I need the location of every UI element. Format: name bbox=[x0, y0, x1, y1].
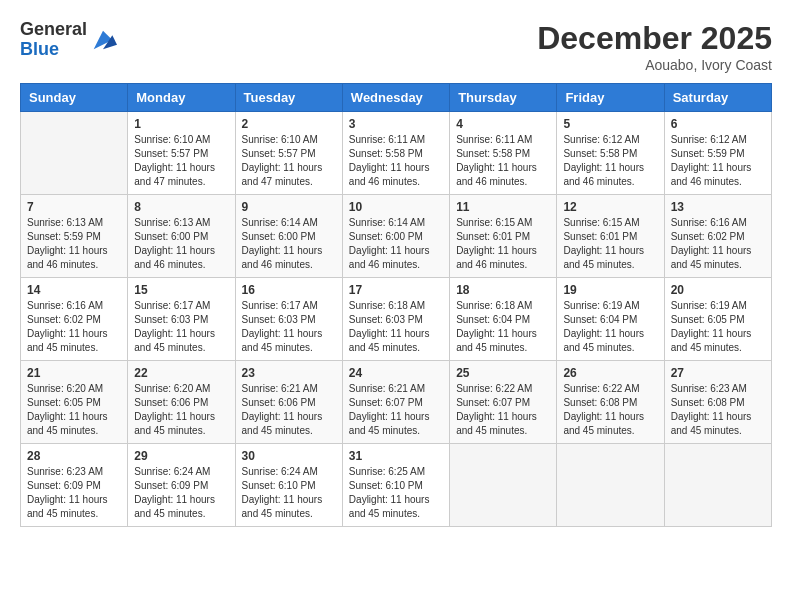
day-number: 12 bbox=[563, 200, 657, 214]
calendar-cell: 24Sunrise: 6:21 AMSunset: 6:07 PMDayligh… bbox=[342, 361, 449, 444]
calendar-day-header: Tuesday bbox=[235, 84, 342, 112]
calendar-cell bbox=[557, 444, 664, 527]
calendar-cell: 2Sunrise: 6:10 AMSunset: 5:57 PMDaylight… bbox=[235, 112, 342, 195]
calendar-cell: 28Sunrise: 6:23 AMSunset: 6:09 PMDayligh… bbox=[21, 444, 128, 527]
calendar-cell: 16Sunrise: 6:17 AMSunset: 6:03 PMDayligh… bbox=[235, 278, 342, 361]
day-info: Sunrise: 6:24 AMSunset: 6:10 PMDaylight:… bbox=[242, 465, 336, 521]
day-info: Sunrise: 6:25 AMSunset: 6:10 PMDaylight:… bbox=[349, 465, 443, 521]
calendar-day-header: Monday bbox=[128, 84, 235, 112]
calendar-cell: 9Sunrise: 6:14 AMSunset: 6:00 PMDaylight… bbox=[235, 195, 342, 278]
day-number: 16 bbox=[242, 283, 336, 297]
day-number: 28 bbox=[27, 449, 121, 463]
day-number: 25 bbox=[456, 366, 550, 380]
day-number: 10 bbox=[349, 200, 443, 214]
day-number: 19 bbox=[563, 283, 657, 297]
calendar-week-row: 21Sunrise: 6:20 AMSunset: 6:05 PMDayligh… bbox=[21, 361, 772, 444]
day-number: 11 bbox=[456, 200, 550, 214]
calendar-cell: 23Sunrise: 6:21 AMSunset: 6:06 PMDayligh… bbox=[235, 361, 342, 444]
calendar-cell: 19Sunrise: 6:19 AMSunset: 6:04 PMDayligh… bbox=[557, 278, 664, 361]
calendar-cell bbox=[664, 444, 771, 527]
calendar-cell: 8Sunrise: 6:13 AMSunset: 6:00 PMDaylight… bbox=[128, 195, 235, 278]
day-info: Sunrise: 6:18 AMSunset: 6:03 PMDaylight:… bbox=[349, 299, 443, 355]
day-number: 31 bbox=[349, 449, 443, 463]
calendar-cell: 17Sunrise: 6:18 AMSunset: 6:03 PMDayligh… bbox=[342, 278, 449, 361]
title-section: December 2025 Aouabo, Ivory Coast bbox=[537, 20, 772, 73]
day-number: 24 bbox=[349, 366, 443, 380]
calendar-week-row: 28Sunrise: 6:23 AMSunset: 6:09 PMDayligh… bbox=[21, 444, 772, 527]
calendar-cell: 1Sunrise: 6:10 AMSunset: 5:57 PMDaylight… bbox=[128, 112, 235, 195]
logo-blue-text: Blue bbox=[20, 40, 87, 60]
calendar-cell bbox=[21, 112, 128, 195]
day-info: Sunrise: 6:13 AMSunset: 6:00 PMDaylight:… bbox=[134, 216, 228, 272]
day-number: 6 bbox=[671, 117, 765, 131]
calendar-cell: 30Sunrise: 6:24 AMSunset: 6:10 PMDayligh… bbox=[235, 444, 342, 527]
day-info: Sunrise: 6:19 AMSunset: 6:04 PMDaylight:… bbox=[563, 299, 657, 355]
day-number: 8 bbox=[134, 200, 228, 214]
day-info: Sunrise: 6:11 AMSunset: 5:58 PMDaylight:… bbox=[456, 133, 550, 189]
day-number: 20 bbox=[671, 283, 765, 297]
day-info: Sunrise: 6:12 AMSunset: 5:59 PMDaylight:… bbox=[671, 133, 765, 189]
day-info: Sunrise: 6:16 AMSunset: 6:02 PMDaylight:… bbox=[27, 299, 121, 355]
logo: General Blue bbox=[20, 20, 117, 60]
day-number: 29 bbox=[134, 449, 228, 463]
day-info: Sunrise: 6:17 AMSunset: 6:03 PMDaylight:… bbox=[134, 299, 228, 355]
day-info: Sunrise: 6:23 AMSunset: 6:08 PMDaylight:… bbox=[671, 382, 765, 438]
calendar-week-row: 14Sunrise: 6:16 AMSunset: 6:02 PMDayligh… bbox=[21, 278, 772, 361]
day-info: Sunrise: 6:12 AMSunset: 5:58 PMDaylight:… bbox=[563, 133, 657, 189]
day-number: 23 bbox=[242, 366, 336, 380]
day-number: 27 bbox=[671, 366, 765, 380]
day-number: 7 bbox=[27, 200, 121, 214]
calendar-cell: 31Sunrise: 6:25 AMSunset: 6:10 PMDayligh… bbox=[342, 444, 449, 527]
day-info: Sunrise: 6:14 AMSunset: 6:00 PMDaylight:… bbox=[349, 216, 443, 272]
calendar-cell: 10Sunrise: 6:14 AMSunset: 6:00 PMDayligh… bbox=[342, 195, 449, 278]
calendar-cell: 12Sunrise: 6:15 AMSunset: 6:01 PMDayligh… bbox=[557, 195, 664, 278]
calendar-cell: 11Sunrise: 6:15 AMSunset: 6:01 PMDayligh… bbox=[450, 195, 557, 278]
day-info: Sunrise: 6:23 AMSunset: 6:09 PMDaylight:… bbox=[27, 465, 121, 521]
day-info: Sunrise: 6:20 AMSunset: 6:06 PMDaylight:… bbox=[134, 382, 228, 438]
page-header: General Blue December 2025 Aouabo, Ivory… bbox=[20, 20, 772, 73]
calendar-cell: 7Sunrise: 6:13 AMSunset: 5:59 PMDaylight… bbox=[21, 195, 128, 278]
day-info: Sunrise: 6:15 AMSunset: 6:01 PMDaylight:… bbox=[563, 216, 657, 272]
calendar-cell: 26Sunrise: 6:22 AMSunset: 6:08 PMDayligh… bbox=[557, 361, 664, 444]
calendar-cell: 15Sunrise: 6:17 AMSunset: 6:03 PMDayligh… bbox=[128, 278, 235, 361]
logo-general-text: General bbox=[20, 20, 87, 40]
day-info: Sunrise: 6:22 AMSunset: 6:07 PMDaylight:… bbox=[456, 382, 550, 438]
calendar-cell: 29Sunrise: 6:24 AMSunset: 6:09 PMDayligh… bbox=[128, 444, 235, 527]
day-number: 18 bbox=[456, 283, 550, 297]
day-number: 26 bbox=[563, 366, 657, 380]
day-info: Sunrise: 6:20 AMSunset: 6:05 PMDaylight:… bbox=[27, 382, 121, 438]
day-number: 3 bbox=[349, 117, 443, 131]
day-number: 13 bbox=[671, 200, 765, 214]
calendar-cell: 22Sunrise: 6:20 AMSunset: 6:06 PMDayligh… bbox=[128, 361, 235, 444]
calendar-cell: 14Sunrise: 6:16 AMSunset: 6:02 PMDayligh… bbox=[21, 278, 128, 361]
calendar-cell: 18Sunrise: 6:18 AMSunset: 6:04 PMDayligh… bbox=[450, 278, 557, 361]
main-title: December 2025 bbox=[537, 20, 772, 57]
calendar-cell: 20Sunrise: 6:19 AMSunset: 6:05 PMDayligh… bbox=[664, 278, 771, 361]
day-info: Sunrise: 6:18 AMSunset: 6:04 PMDaylight:… bbox=[456, 299, 550, 355]
day-number: 15 bbox=[134, 283, 228, 297]
calendar-cell: 3Sunrise: 6:11 AMSunset: 5:58 PMDaylight… bbox=[342, 112, 449, 195]
day-info: Sunrise: 6:11 AMSunset: 5:58 PMDaylight:… bbox=[349, 133, 443, 189]
day-number: 22 bbox=[134, 366, 228, 380]
day-info: Sunrise: 6:22 AMSunset: 6:08 PMDaylight:… bbox=[563, 382, 657, 438]
calendar-cell: 27Sunrise: 6:23 AMSunset: 6:08 PMDayligh… bbox=[664, 361, 771, 444]
calendar-table: SundayMondayTuesdayWednesdayThursdayFrid… bbox=[20, 83, 772, 527]
day-info: Sunrise: 6:10 AMSunset: 5:57 PMDaylight:… bbox=[134, 133, 228, 189]
day-number: 30 bbox=[242, 449, 336, 463]
calendar-cell: 25Sunrise: 6:22 AMSunset: 6:07 PMDayligh… bbox=[450, 361, 557, 444]
day-info: Sunrise: 6:24 AMSunset: 6:09 PMDaylight:… bbox=[134, 465, 228, 521]
day-number: 4 bbox=[456, 117, 550, 131]
day-info: Sunrise: 6:21 AMSunset: 6:07 PMDaylight:… bbox=[349, 382, 443, 438]
day-info: Sunrise: 6:17 AMSunset: 6:03 PMDaylight:… bbox=[242, 299, 336, 355]
calendar-cell: 6Sunrise: 6:12 AMSunset: 5:59 PMDaylight… bbox=[664, 112, 771, 195]
day-info: Sunrise: 6:14 AMSunset: 6:00 PMDaylight:… bbox=[242, 216, 336, 272]
calendar-day-header: Friday bbox=[557, 84, 664, 112]
calendar-cell: 4Sunrise: 6:11 AMSunset: 5:58 PMDaylight… bbox=[450, 112, 557, 195]
day-info: Sunrise: 6:10 AMSunset: 5:57 PMDaylight:… bbox=[242, 133, 336, 189]
day-number: 17 bbox=[349, 283, 443, 297]
day-info: Sunrise: 6:13 AMSunset: 5:59 PMDaylight:… bbox=[27, 216, 121, 272]
calendar-day-header: Saturday bbox=[664, 84, 771, 112]
subtitle: Aouabo, Ivory Coast bbox=[537, 57, 772, 73]
logo-icon bbox=[89, 26, 117, 54]
day-number: 14 bbox=[27, 283, 121, 297]
